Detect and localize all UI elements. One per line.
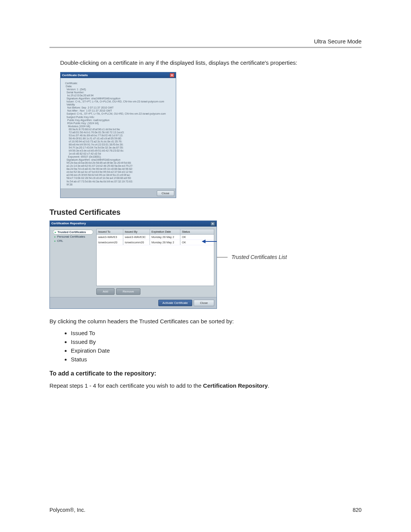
tree-label: CRL bbox=[57, 239, 63, 243]
list-item: Issued By bbox=[71, 339, 362, 345]
close-button[interactable]: Close bbox=[194, 300, 214, 306]
sort-bullet-list: Issued To Issued By Expiration Date Stat… bbox=[71, 330, 362, 363]
repo-title: Certification Repository bbox=[51, 222, 86, 226]
table-header: Issued To Issued By Expiration Date Stat… bbox=[97, 229, 214, 235]
list-item: Status bbox=[71, 356, 362, 363]
intro-text: Double-clicking on a certificate in any … bbox=[60, 59, 362, 66]
dialog-title: Certificate Details bbox=[62, 73, 88, 77]
table-row[interactable]: isrwebcomm20 isrwebcomm20 Monday 28 May … bbox=[97, 240, 214, 245]
footer-company: Polycom®, Inc. bbox=[49, 507, 85, 513]
cell-issued-by: wave3-WAVE3C bbox=[123, 235, 150, 240]
tree-item-personal-certificates[interactable]: ▸ Personal Certificates bbox=[53, 235, 93, 239]
tree-label: Personal Certificates bbox=[57, 235, 85, 238]
add-text-pre: Repeat steps 1 - 4 for each certificate … bbox=[49, 382, 203, 389]
tree-label: Trusted Certificates bbox=[57, 230, 86, 234]
tree-item-crl[interactable]: ▸ CRL bbox=[53, 239, 93, 243]
close-icon[interactable]: ✕ bbox=[170, 73, 174, 77]
col-status[interactable]: Status bbox=[180, 229, 196, 234]
list-item: Expiration Date bbox=[71, 347, 362, 354]
col-expiration-date[interactable]: Expiration Date bbox=[150, 229, 180, 234]
activate-certificate-button[interactable]: Activate Certificate bbox=[158, 300, 192, 306]
dialog-bottom-bar: Close bbox=[61, 189, 176, 198]
footer-page-number: 820 bbox=[353, 507, 362, 513]
cell-expiration: Monday 28 May 2 bbox=[150, 240, 180, 245]
certificate-table: Issued To Issued By Expiration Date Stat… bbox=[96, 229, 214, 286]
cell-issued-to: isrwebcomm20 bbox=[97, 240, 123, 245]
chevron-right-icon: ▸ bbox=[54, 240, 56, 243]
cell-issued-to: wave3-WAVE3 bbox=[97, 235, 123, 240]
section-heading-trusted-certificates: Trusted Certificates bbox=[49, 208, 362, 217]
close-icon[interactable]: ✕ bbox=[210, 222, 215, 226]
col-issued-to[interactable]: Issued To bbox=[97, 229, 123, 234]
certificate-text-area: Certificate: Data: Version: 1 (0x0) Seri… bbox=[61, 78, 176, 189]
close-button[interactable]: Close bbox=[157, 190, 174, 196]
tree-item-trusted-certificates[interactable]: ▸ Trusted Certificates bbox=[53, 230, 93, 235]
chevron-right-icon: ▸ bbox=[55, 231, 56, 234]
add-button[interactable]: Add bbox=[96, 288, 115, 295]
cell-issued-by: isrwebcomm20 bbox=[123, 240, 150, 245]
callout-trusted-list: Trusted Certificates List bbox=[231, 254, 287, 260]
sort-intro: By clicking the column headers the Trust… bbox=[49, 318, 362, 324]
list-item: Issued To bbox=[71, 330, 362, 336]
table-row[interactable]: wave3-WAVE3 wave3-WAVE3C Monday 28 May 2… bbox=[97, 235, 214, 240]
remove-button[interactable]: Remove bbox=[116, 288, 140, 295]
cell-status: OK bbox=[180, 240, 196, 245]
repo-titlebar[interactable]: Certification Repository ✕ bbox=[50, 221, 217, 227]
add-text-bold: Certification Repository bbox=[203, 382, 268, 389]
add-text-post: . bbox=[268, 382, 269, 389]
add-heading: To add a certificate to the repository: bbox=[49, 370, 362, 377]
page-header-right: Ultra Secure Mode bbox=[49, 38, 362, 45]
cell-status: OK bbox=[180, 235, 196, 240]
certificate-details-dialog: Certificate Details ✕ Certificate: Data:… bbox=[60, 72, 176, 198]
certification-repository-dialog: Certification Repository ✕ ▸ Trusted Cer… bbox=[49, 220, 217, 309]
add-instruction: Repeat steps 1 - 4 for each certificate … bbox=[49, 382, 362, 389]
dialog-titlebar[interactable]: Certificate Details ✕ bbox=[61, 72, 176, 78]
cell-expiration: Monday 28 May 2 bbox=[150, 235, 180, 240]
table-body: wave3-WAVE3 wave3-WAVE3C Monday 28 May 2… bbox=[97, 235, 214, 245]
col-issued-by[interactable]: Issued By bbox=[123, 229, 150, 234]
header-rule bbox=[49, 47, 362, 48]
chevron-right-icon: ▸ bbox=[54, 235, 56, 238]
repo-tree: ▸ Trusted Certificates ▸ Personal Certif… bbox=[52, 229, 94, 295]
